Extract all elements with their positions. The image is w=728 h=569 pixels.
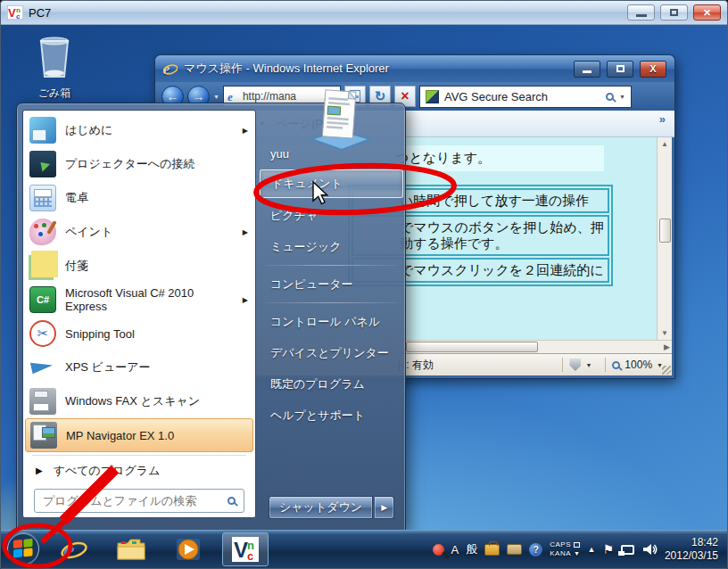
- scroll-down-icon[interactable]: ▼: [661, 326, 668, 340]
- calculator-icon: [29, 185, 56, 211]
- devices-printers-item[interactable]: デバイスとプリンター: [256, 337, 407, 368]
- ime-toolbox-icon[interactable]: [484, 544, 500, 556]
- search-dropdown-icon[interactable]: ▼: [619, 94, 625, 100]
- vnc-taskbar-icon: Vnc: [232, 537, 259, 562]
- clock-date: 2012/03/15: [665, 549, 718, 562]
- ime-help-icon[interactable]: ?: [529, 543, 542, 557]
- close-button[interactable]: ✕: [693, 4, 721, 21]
- taskbar-vnc-button[interactable]: Vnc: [222, 532, 269, 566]
- search-icon[interactable]: [606, 93, 614, 101]
- vnc-titlebar[interactable]: Vnc PC7 ✕: [1, 1, 727, 25]
- ie-minimize-button[interactable]: [574, 61, 600, 78]
- action-center-icon[interactable]: ⚑: [602, 542, 614, 557]
- recycle-bin[interactable]: ごみ箱: [22, 34, 87, 101]
- menu-item-calculator[interactable]: 電卓: [23, 181, 255, 215]
- menu-item-snipping-tool[interactable]: ✂Snipping Tool: [23, 317, 255, 350]
- svg-text:c: c: [247, 549, 253, 562]
- ie-maximize-button[interactable]: [607, 61, 633, 78]
- submenu-arrow-icon: ▶: [243, 127, 248, 135]
- start-menu-places: yuu ドキュメント ピクチャ ミュージック コンピューター コントロール パネ…: [256, 103, 407, 532]
- start-search-box[interactable]: [34, 489, 244, 513]
- all-programs-item[interactable]: ▶すべてのプログラム: [23, 458, 255, 483]
- xps-viewer-icon: [29, 354, 56, 381]
- maximize-button[interactable]: [660, 4, 688, 21]
- pictures-item[interactable]: ピクチャ: [256, 200, 407, 231]
- shutdown-button[interactable]: シャットダウン: [269, 496, 373, 519]
- recycle-bin-label: ごみ箱: [22, 86, 87, 101]
- getting-started-icon: [29, 117, 56, 144]
- menu-item-fax-scan[interactable]: Windows FAX とスキャン: [23, 384, 255, 418]
- menu-item-projector[interactable]: プロジェクターへの接続: [23, 147, 255, 181]
- control-panel-item[interactable]: コントロール パネル: [256, 306, 407, 337]
- security-dropdown-icon[interactable]: ▼: [585, 362, 592, 368]
- sticky-notes-icon: [31, 251, 58, 277]
- avg-search-box[interactable]: AVG Secure Search ▼: [419, 86, 632, 108]
- visual-csharp-icon: C#: [29, 286, 56, 313]
- network-icon[interactable]: [621, 545, 634, 555]
- start-search-input[interactable]: [43, 494, 222, 507]
- submenu-arrow-icon: ▶: [243, 296, 248, 304]
- taskbar-ie-button[interactable]: e: [51, 532, 97, 566]
- show-hidden-icons[interactable]: ▲: [587, 545, 595, 554]
- help-support-item[interactable]: ヘルプとサポート: [256, 400, 407, 431]
- pin-tray-icon[interactable]: [433, 544, 444, 556]
- taskbar: e Vnc A 般 ? CAPS KANA▼: [1, 530, 727, 568]
- taskbar-wmp-button[interactable]: [165, 532, 211, 566]
- security-shield-icon[interactable]: [569, 359, 581, 371]
- start-button[interactable]: [6, 532, 40, 566]
- vertical-scroll-thumb[interactable]: [659, 219, 671, 243]
- ie-close-button[interactable]: X: [640, 61, 666, 78]
- volume-icon[interactable]: [643, 543, 658, 556]
- vnc-app-icon: Vnc: [7, 5, 23, 20]
- menu-separator: [265, 265, 398, 266]
- zoom-level: 100%: [625, 359, 652, 371]
- avg-search-label[interactable]: AVG Secure Search: [444, 90, 600, 103]
- paint-icon: [29, 219, 56, 245]
- menu-item-paint[interactable]: ペイント▶: [23, 215, 255, 249]
- media-player-icon: [175, 536, 202, 563]
- vnc-viewer-window: Vnc PC7 ✕ ごみ箱 e マウス操作 - Windows Internet…: [0, 0, 728, 569]
- menu-item-xps-viewer[interactable]: XPS ビューアー: [23, 350, 255, 384]
- menu-item-sticky-notes[interactable]: 付箋: [23, 249, 255, 283]
- ie-icon: e: [163, 62, 178, 76]
- svg-text:V: V: [234, 538, 248, 562]
- music-item[interactable]: ミュージック: [256, 231, 407, 262]
- default-programs-item[interactable]: 既定のプログラム: [256, 368, 407, 400]
- snipping-tool-icon: ✂: [29, 320, 56, 347]
- vertical-scrollbar[interactable]: ▲ ▼: [657, 137, 672, 340]
- minimize-button[interactable]: [627, 4, 655, 21]
- menu-item-getting-started[interactable]: はじめに▶: [23, 113, 255, 147]
- vnc-window-title: PC7: [29, 6, 622, 20]
- overflow-chevron-icon[interactable]: »: [659, 111, 671, 126]
- taskbar-explorer-button[interactable]: [108, 532, 154, 566]
- dropdown-icon: ▼: [574, 549, 580, 558]
- ime-caps-kana-block[interactable]: CAPS KANA▼: [550, 540, 580, 558]
- start-menu-programs: はじめに▶ プロジェクターへの接続 電卓 ペイント▶ 付箋 C#Microsof…: [22, 110, 256, 518]
- mp-navigator-icon: [30, 422, 57, 449]
- taskbar-clock[interactable]: 18:42 2012/03/15: [665, 536, 722, 563]
- shutdown-options-arrow[interactable]: ▶: [375, 496, 394, 519]
- projector-icon: [29, 151, 56, 177]
- ime-dictionary-icon[interactable]: [507, 544, 522, 555]
- folder-icon: [117, 538, 145, 561]
- window-small-icon: [574, 542, 580, 548]
- expand-arrow-icon: ▶: [36, 466, 43, 475]
- history-dropdown-icon[interactable]: ▼: [213, 94, 219, 100]
- avg-logo-icon: [426, 90, 439, 103]
- documents-item[interactable]: ドキュメント: [260, 169, 403, 198]
- ie-titlebar[interactable]: e マウス操作 - Windows Internet Explorer X: [155, 55, 674, 82]
- menu-item-mp-navigator[interactable]: MP Navigator EX 1.0: [25, 418, 253, 452]
- resize-grip[interactable]: [662, 366, 671, 375]
- ie-favicon: e: [228, 91, 239, 103]
- ime-input-mode[interactable]: A: [451, 543, 459, 557]
- desktop[interactable]: ごみ箱 e マウス操作 - Windows Internet Explorer …: [1, 25, 727, 568]
- scroll-right-icon[interactable]: ▶: [664, 342, 670, 351]
- computer-item[interactable]: コンピューター: [256, 268, 407, 300]
- menu-item-visual-csharp[interactable]: C#Microsoft Visual C# 2010 Express▶: [23, 283, 255, 317]
- submenu-arrow-icon: ▶: [243, 228, 248, 236]
- ime-conversion-mode[interactable]: 般: [466, 541, 477, 557]
- scroll-up-icon[interactable]: ▲: [661, 137, 668, 151]
- svg-text:V: V: [8, 6, 16, 20]
- menu-separator: [32, 455, 246, 456]
- horizontal-scroll-thumb[interactable]: [406, 342, 538, 352]
